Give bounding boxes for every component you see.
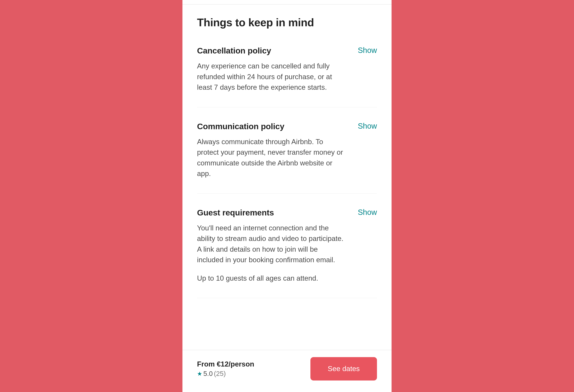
policy-item-cancellation: Cancellation policy Show Any experience … (197, 46, 377, 107)
policy-text: Always communicate through Airbnb. To pr… (197, 137, 345, 179)
policy-header: Guest requirements Show (197, 208, 377, 217)
policy-text: Any experience can be cancelled and full… (197, 61, 345, 93)
price-block: From €12/person ★ 5.0 (25) (197, 360, 254, 377)
rating-value: 5.0 (203, 370, 213, 377)
star-icon: ★ (197, 370, 202, 377)
section-title: Things to keep in mind (197, 16, 377, 29)
policy-text: Up to 10 guests of all ages can attend. (197, 273, 345, 284)
policy-header: Cancellation policy Show (197, 46, 377, 55)
policy-item-communication: Communication policy Show Always communi… (197, 122, 377, 194)
policy-text: You'll need an internet connection and t… (197, 223, 345, 265)
policy-body: Always communicate through Airbnb. To pr… (197, 137, 345, 179)
content-area: Things to keep in mind Cancellation poli… (183, 5, 391, 392)
footer-bar: From €12/person ★ 5.0 (25) See dates (183, 350, 391, 392)
mobile-frame: Things to keep in mind Cancellation poli… (183, 0, 391, 392)
show-link-cancellation[interactable]: Show (358, 46, 377, 55)
policy-title: Communication policy (197, 122, 284, 131)
rating-row[interactable]: ★ 5.0 (25) (197, 370, 254, 377)
policy-body: Any experience can be cancelled and full… (197, 61, 345, 93)
price-text: From €12/person (197, 360, 254, 368)
policy-header: Communication policy Show (197, 122, 377, 131)
see-dates-button[interactable]: See dates (310, 357, 377, 380)
policy-title: Guest requirements (197, 208, 274, 217)
show-link-communication[interactable]: Show (358, 122, 377, 130)
policy-item-guest-requirements: Guest requirements Show You'll need an i… (197, 208, 377, 298)
show-link-guest-requirements[interactable]: Show (358, 208, 377, 216)
policy-body: You'll need an internet connection and t… (197, 223, 345, 284)
policy-title: Cancellation policy (197, 46, 271, 55)
rating-count: (25) (214, 370, 226, 377)
